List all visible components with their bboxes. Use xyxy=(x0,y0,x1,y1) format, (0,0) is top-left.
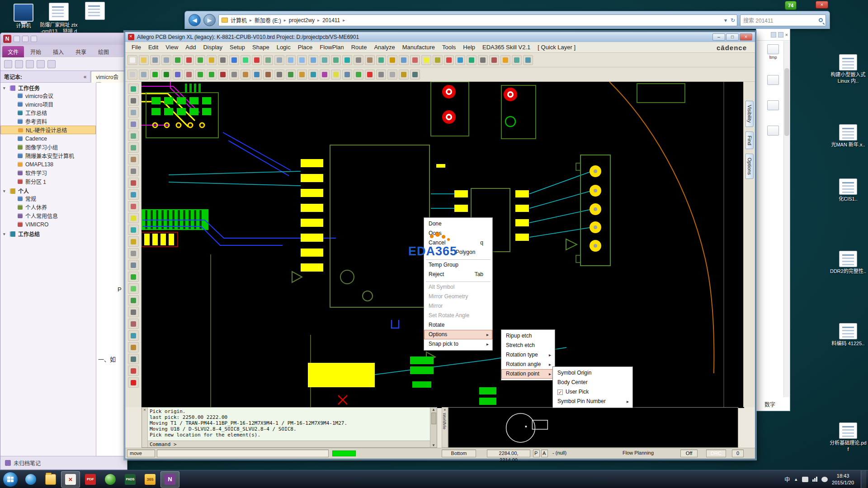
taskbar-button-onenote[interactable]: N xyxy=(160,471,179,488)
tool-icon-layer-up[interactable] xyxy=(128,131,139,141)
tool-icon-assign-net[interactable] xyxy=(128,225,139,235)
minimize-button[interactable]: – xyxy=(712,33,725,41)
notebook-nav-item[interactable]: vimicro项目 xyxy=(0,100,96,108)
tool-icon-color-edit[interactable] xyxy=(128,236,139,247)
command-prompt[interactable]: Command > xyxy=(148,441,430,447)
toolbar-icon-move[interactable] xyxy=(229,55,239,65)
notebook-nav-item[interactable]: 常规 xyxy=(0,194,96,203)
notebook-nav-item[interactable]: 新分区 1 xyxy=(0,177,96,186)
toolbar-icon-select[interactable] xyxy=(127,70,137,80)
close-console-icon[interactable]: × xyxy=(143,408,146,412)
scrollbar-thumb[interactable] xyxy=(784,68,789,136)
toolbar-icon-layer-select[interactable] xyxy=(376,55,386,65)
context-menu-item[interactable]: ✓ Set Rotate Angle ▸ xyxy=(424,311,492,320)
tool-icon-group-select[interactable] xyxy=(128,330,139,341)
notebook-nav-item[interactable]: 工作总结 xyxy=(0,108,96,117)
context-menu-item[interactable]: ✓ Mirror ▸ xyxy=(424,301,492,311)
taskbar-button-green-app[interactable] xyxy=(101,471,120,488)
toolbar-icon-rats-off[interactable] xyxy=(195,55,205,65)
section-tab-vimicro[interactable]: vimicro会议 xyxy=(91,71,127,83)
tool-icon-arc-select[interactable] xyxy=(128,295,139,305)
submenu-item[interactable]: ✓ Rotation point ▸ xyxy=(501,369,555,379)
notebook-nav-item[interactable]: 个人休养 xyxy=(0,203,96,211)
menu-item[interactable]: View xyxy=(162,43,182,52)
submenu-item[interactable]: ✓ Ripup etch ▸ xyxy=(501,331,555,341)
ribbon-tab[interactable]: 开始 xyxy=(25,46,47,57)
context-menu-item[interactable]: ✓ Done ▸ xyxy=(424,219,492,229)
toolbar-icon-flow-plan[interactable] xyxy=(512,55,522,65)
quick-access-icon[interactable] xyxy=(14,36,20,42)
refresh-icon[interactable]: ↻ xyxy=(731,17,735,23)
tool-icon-show-element[interactable] xyxy=(128,189,139,200)
scrollbar[interactable] xyxy=(783,41,789,397)
toolbar-icon-spin[interactable] xyxy=(173,70,183,80)
toolbar-icon-dehighlight[interactable] xyxy=(433,55,443,65)
close-worldview-icon[interactable]: × xyxy=(443,408,446,412)
submenu-item[interactable]: ✓ Symbol Origin ▸ xyxy=(553,368,632,378)
toolbar-icon-color192[interactable] xyxy=(207,55,217,65)
scroll-up-icon[interactable]: ▲ xyxy=(432,408,435,412)
quick-access-icon[interactable] xyxy=(31,36,37,42)
desktop-icon[interactable]: DDR2的完整性.. xyxy=(829,251,867,275)
toolbar-icon-measure[interactable] xyxy=(410,55,420,65)
tool-icon-abc-label[interactable] xyxy=(128,260,139,270)
toolbar-icon-shape-add[interactable] xyxy=(195,70,205,80)
network-tray-icon[interactable] xyxy=(812,477,817,482)
desktop-icon[interactable]: 分析基础理论.pdf xyxy=(829,422,867,453)
volume-tray-icon[interactable] xyxy=(821,477,828,482)
toolbar-icon-zoom-fit[interactable] xyxy=(308,55,318,65)
a-button[interactable]: A xyxy=(541,450,548,457)
breadcrumb[interactable]: 计算机▸ 新加卷 (E:)▸ project2wy▸ 201411▸ ▾ ↻ xyxy=(218,14,737,26)
submenu-item[interactable]: ✓ Rotation type ▸ xyxy=(501,350,555,360)
tool-icon-line-select[interactable] xyxy=(128,283,139,294)
address-dropdown-icon[interactable]: ▾ xyxy=(724,17,727,23)
notebook-nav-item[interactable]: OMAPL138 xyxy=(0,160,96,169)
side-panel-tab[interactable]: Options xyxy=(745,154,754,179)
menu-item[interactable]: Setup xyxy=(226,43,249,52)
hidden-icons-button[interactable]: ▲ xyxy=(794,477,798,482)
toolbar-icon-shape-void[interactable] xyxy=(218,70,228,80)
context-menu-item[interactable]: ✓ Temp Group ▸ xyxy=(424,260,492,270)
menu-item[interactable]: Shape xyxy=(249,43,273,52)
ribbon-tab[interactable]: 共享 xyxy=(70,46,92,57)
world-view[interactable] xyxy=(448,407,738,448)
submenu-item[interactable]: ✓ Symbol Pin Number ▸ xyxy=(553,397,632,406)
toolbar-icon[interactable] xyxy=(15,60,23,68)
context-menu-item[interactable]: ✓ Alt Symbol ▸ xyxy=(424,282,492,292)
notebook-nav-item[interactable]: 图像学习小组 xyxy=(0,143,96,151)
toolbar-icon-zoom-in[interactable] xyxy=(286,55,296,65)
menu-item[interactable]: Route xyxy=(348,43,371,52)
tool-icon-show-measure[interactable] xyxy=(128,201,139,211)
notification-close-button[interactable]: × xyxy=(816,1,828,9)
menu-item[interactable]: [ Quick Layer ] xyxy=(534,43,579,52)
toolbar-icon-properties[interactable] xyxy=(387,55,397,65)
ribbon-tab[interactable]: 插入 xyxy=(47,46,69,57)
usb-tray-icon[interactable] xyxy=(802,477,808,482)
notebook-nav-item[interactable]: VIMICRO xyxy=(0,220,96,229)
ribbon-tab[interactable]: 绘图 xyxy=(93,46,114,57)
onenote-titlebar[interactable]: N xyxy=(0,33,127,45)
tool-icon-world-view[interactable] xyxy=(128,84,139,94)
unfiled-notes-button[interactable]: 未归档笔记 xyxy=(0,456,127,469)
notebook-nav-item[interactable]: NL-硬件设计总结 xyxy=(0,126,96,134)
toolbar-icon-pin-swap[interactable] xyxy=(308,70,318,80)
search-icon[interactable] xyxy=(819,18,823,22)
toolbar-icon-padstack[interactable] xyxy=(263,70,273,80)
toolbar-icon-zoom-by-points[interactable] xyxy=(274,55,284,65)
menu-item[interactable]: Tools xyxy=(439,43,459,52)
tool-icon-layer-down[interactable] xyxy=(128,142,139,153)
desktop-icon-doc2[interactable] xyxy=(76,2,114,21)
maximize-button[interactable]: □ xyxy=(726,33,739,41)
toolbar-icon-label[interactable] xyxy=(297,70,307,80)
tool-icon-pick-filter[interactable] xyxy=(128,178,139,188)
toolbar-icon-report[interactable] xyxy=(342,70,352,80)
submenu-item[interactable]: ✓ Body Center ▸ xyxy=(553,378,632,387)
menu-item[interactable]: Analyze xyxy=(370,43,398,52)
toolbar-icon-fix[interactable] xyxy=(376,70,386,80)
side-panel-tab[interactable]: Visibility xyxy=(745,101,754,127)
toolbar-icon-temp-hilite[interactable] xyxy=(331,70,341,80)
toolbar-icon-grid-toggle[interactable] xyxy=(354,55,363,65)
notebooks-panel-header[interactable]: 笔记本: « xyxy=(0,71,90,83)
toolbar-icon[interactable] xyxy=(4,60,12,68)
online-drc-state[interactable]: Off xyxy=(680,450,698,457)
